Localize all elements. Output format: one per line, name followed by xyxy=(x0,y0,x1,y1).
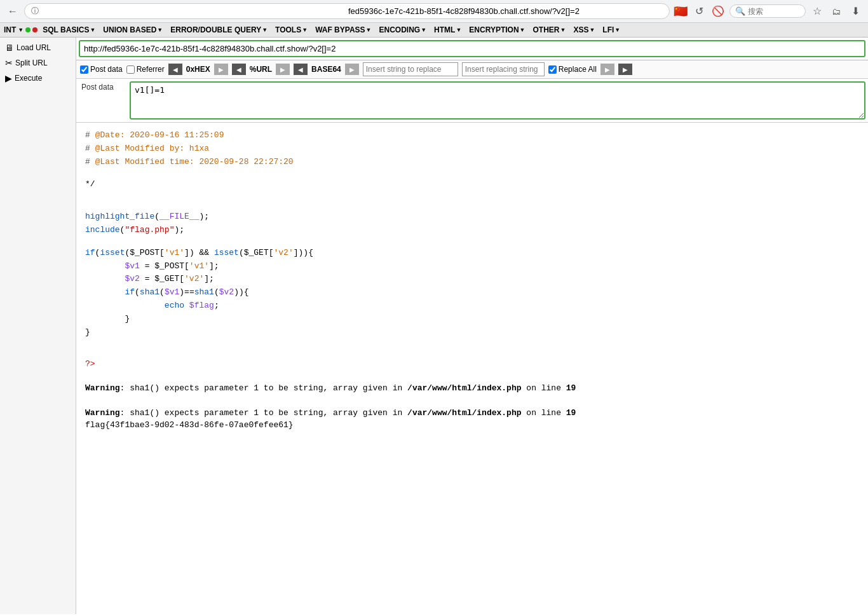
browser-bar: ← ⓘ fed5936c-1e7c-421b-85f1-4c828f94830b… xyxy=(0,0,868,23)
chevron-down-icon: ▼ xyxy=(520,27,526,33)
html-menu[interactable]: HTML▼ xyxy=(431,24,464,36)
hex-left-arrow[interactable]: ◀ xyxy=(168,64,182,75)
chevron-down-icon: ▼ xyxy=(157,27,163,33)
base64-left-arrow[interactable]: ◀ xyxy=(294,64,308,75)
post-data-checkbox-label[interactable]: Post data xyxy=(80,65,123,74)
no-entry-icon[interactable]: 🚫 xyxy=(710,4,726,19)
chevron-down-icon: ▼ xyxy=(560,27,566,33)
info-icon: ⓘ xyxy=(31,6,346,17)
replace-all-label[interactable]: Replace All xyxy=(548,65,597,74)
main-toolbar: INT ▼ SQL BASICS▼ UNION BASED▼ ERROR/DOU… xyxy=(0,23,868,38)
chevron-down-icon: ▼ xyxy=(366,27,372,33)
url-row xyxy=(76,38,868,60)
split-url-icon: ✂ xyxy=(5,58,13,68)
load-url-button[interactable]: 🖥 Load URL xyxy=(0,40,76,55)
insert-string-to-replace-input[interactable] xyxy=(363,62,458,76)
chevron-down-icon: ▼ xyxy=(589,27,595,33)
close-if-line: } xyxy=(85,313,859,326)
chevron-down-icon: ▼ xyxy=(302,27,308,33)
flag-line: flag{43f1bae3-9d02-483d-86fe-07ae0fefee6… xyxy=(85,420,859,430)
load-url-icon: 🖥 xyxy=(5,43,14,53)
warning-2: Warning: sha1() expects parameter 1 to b… xyxy=(85,406,859,420)
address-bar: ⓘ fed5936c-1e7c-421b-85f1-4c828f94830b.c… xyxy=(24,3,670,19)
back-button[interactable]: ← xyxy=(5,4,20,19)
if-line: if(isset($_POST['v1']) && isset($_GET['v… xyxy=(85,247,859,260)
side-panel: 🖥 Load URL ✂ Split URL ▶ Execute xyxy=(0,38,76,614)
warning-1: Warning: sha1() expects parameter 1 to b… xyxy=(85,381,859,395)
v1-line: $v1 = $_POST['v1']; xyxy=(85,260,859,273)
insert-replacing-string-input[interactable] xyxy=(462,62,545,76)
other-menu[interactable]: OTHER▼ xyxy=(531,24,569,36)
close-outer-line: } xyxy=(85,326,859,339)
refresh-button[interactable]: ↺ xyxy=(691,4,707,19)
chevron-down-icon: ▼ xyxy=(456,27,461,33)
green-dot xyxy=(25,27,31,32)
chevron-down-icon: ▼ xyxy=(614,27,620,33)
base64-right-arrow[interactable]: ▶ xyxy=(345,64,359,75)
search-icon: 🔍 xyxy=(735,6,745,16)
encoding-menu[interactable]: ENCODING▼ xyxy=(377,24,430,36)
tools-menu[interactable]: TOOLS▼ xyxy=(273,24,310,36)
referrer-checkbox-label[interactable]: Referrer xyxy=(126,65,165,74)
int-dropdown-icon: ▼ xyxy=(18,27,24,33)
content-area: Post data Referrer ◀ 0xHEX ▶ ◀ %URL ▶ ◀ … xyxy=(76,38,868,614)
extra-arrow[interactable]: ▶ xyxy=(618,64,632,75)
china-flag-icon: 🇨🇳 xyxy=(674,4,688,18)
output-area: # @Date: 2020-09-16 11:25:09 # @Last Mod… xyxy=(76,123,868,614)
sql-basics-menu[interactable]: SQL BASICS▼ xyxy=(40,24,98,36)
url-left-arrow[interactable]: ◀ xyxy=(232,64,246,75)
comment-date-line: # @Date: 2020-09-16 11:25:09 xyxy=(85,129,859,142)
post-data-textarea[interactable] xyxy=(130,81,865,120)
replace-all-checkbox[interactable] xyxy=(548,65,557,74)
options-row: Post data Referrer ◀ 0xHEX ▶ ◀ %URL ▶ ◀ … xyxy=(76,60,868,79)
echo-flag-line: echo $flag; xyxy=(85,299,859,313)
main-area: 🖥 Load URL ✂ Split URL ▶ Execute Post da… xyxy=(0,38,868,614)
int-section: INT ▼ xyxy=(4,25,37,34)
download-icon[interactable]: ⬇ xyxy=(848,4,863,19)
post-data-checkbox[interactable] xyxy=(80,65,88,74)
chevron-down-icon: ▼ xyxy=(262,27,268,33)
hex-right-arrow[interactable]: ▶ xyxy=(214,64,228,75)
execute-icon: ▶ xyxy=(5,73,12,83)
split-url-button[interactable]: ✂ Split URL xyxy=(0,55,76,71)
execute-button[interactable]: ▶ Execute xyxy=(0,71,76,86)
red-dot xyxy=(32,27,37,32)
referrer-checkbox[interactable] xyxy=(126,65,135,74)
url-input[interactable] xyxy=(79,40,865,57)
close-comment-line: */ xyxy=(85,178,859,191)
int-label: INT xyxy=(4,25,16,34)
chevron-down-icon: ▼ xyxy=(421,27,426,33)
waf-bypass-menu[interactable]: WAF BYPASS▼ xyxy=(313,24,374,36)
php-close-line: ?> xyxy=(85,358,859,371)
replace-arrow[interactable]: ▶ xyxy=(600,64,614,75)
highlight-line: highlight_file(__FILE__); xyxy=(85,210,859,224)
comment-modified-time-line: # @Last Modified time: 2020-09-28 22:27:… xyxy=(85,156,859,169)
error-double-query-menu[interactable]: ERROR/DOUBLE QUERY▼ xyxy=(168,24,270,36)
encryption-menu[interactable]: ENCRYPTION▼ xyxy=(466,24,527,36)
bookmark-icon[interactable]: ☆ xyxy=(810,4,825,19)
xss-menu[interactable]: XSS▼ xyxy=(571,24,597,36)
v2-line: $v2 = $_GET['v2']; xyxy=(85,273,859,286)
if-sha-line: if(sha1($v1)==sha1($v2)){ xyxy=(85,286,859,299)
url-display: fed5936c-1e7c-421b-85f1-4c828f94830b.cha… xyxy=(348,6,663,16)
account-icon[interactable]: 🗂 xyxy=(829,4,844,19)
post-data-area: Post data xyxy=(76,79,868,123)
include-line: include("flag.php"); xyxy=(85,224,859,237)
lfi-menu[interactable]: LFI▼ xyxy=(600,24,623,36)
union-based-menu[interactable]: UNION BASED▼ xyxy=(100,24,165,36)
url-right-arrow[interactable]: ▶ xyxy=(276,64,290,75)
search-input[interactable] xyxy=(748,7,786,16)
comment-modified-by-line: # @Last Modified by: h1xa xyxy=(85,142,859,156)
post-data-label: Post data xyxy=(76,79,127,122)
chevron-down-icon: ▼ xyxy=(90,27,95,33)
